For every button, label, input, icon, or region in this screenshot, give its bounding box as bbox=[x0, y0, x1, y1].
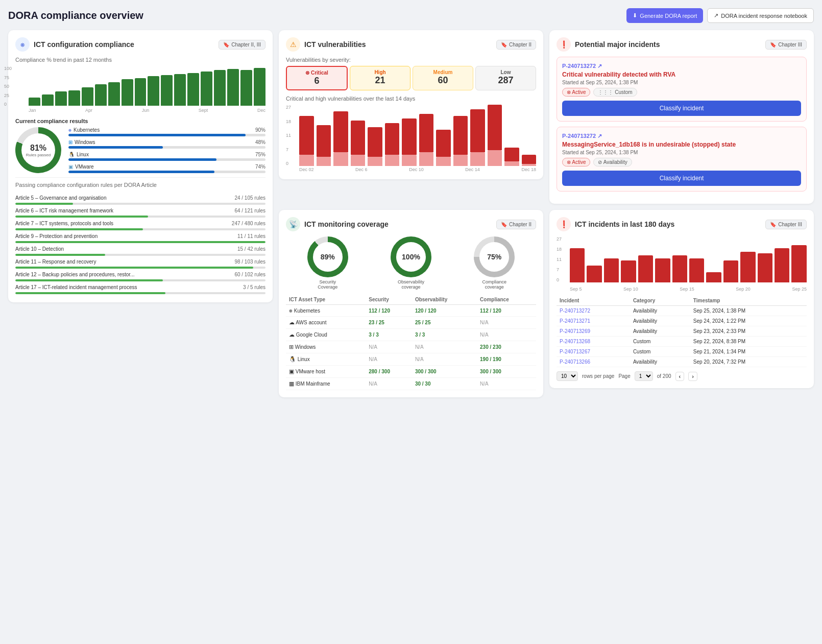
ict-incidents-card: ❗ ICT incidents in last 180 days 🔖 Chapt… bbox=[549, 210, 814, 388]
next-page-btn[interactable]: › bbox=[688, 372, 697, 381]
bookmark-icon-vuln: 🔖 bbox=[501, 42, 507, 47]
compliance-bar bbox=[148, 76, 159, 106]
monitoring-row: ☁ Google Cloud 3 / 3 3 / 3 N/A bbox=[286, 329, 536, 341]
page-title: DORA compliance overview bbox=[8, 10, 143, 21]
article-row: Article 11 – Response and recovery 98 / … bbox=[15, 257, 265, 269]
incidents-bar bbox=[638, 255, 653, 282]
vuln-icon: ⚠ bbox=[286, 37, 300, 52]
ict-incidents-chapter-badge: 🔖 Chapter III bbox=[765, 220, 807, 229]
severity-medium: Medium 60 bbox=[413, 66, 473, 90]
incident-table-link[interactable]: P-240713268 bbox=[560, 339, 590, 344]
incident-table-link[interactable]: P-240713271 bbox=[560, 318, 590, 324]
incident-link-2[interactable]: P-240713272 ↗ bbox=[562, 133, 602, 139]
notebook-button[interactable]: ↗ DORA incident response notebook bbox=[707, 8, 814, 23]
compliance-card-header: ⎈ ICT configuration compliance 🔖 Chapter… bbox=[15, 37, 265, 52]
monitoring-row: ☁ AWS account 23 / 25 25 / 25 N/A bbox=[286, 317, 536, 329]
external-link-icon: ↗ bbox=[714, 12, 718, 19]
incident-table-link[interactable]: P-240713272 bbox=[560, 308, 590, 314]
vuln-bar-dark bbox=[488, 105, 502, 150]
vuln-bar-chart bbox=[299, 105, 536, 166]
vuln-bar-light bbox=[522, 164, 537, 166]
article-row: Article 9 – Protection and prevention 11… bbox=[15, 231, 265, 243]
incident-row: P-240713272 Availability Sep 25, 2024, 1… bbox=[557, 306, 807, 316]
incidents-bar bbox=[689, 258, 704, 282]
incident-title-2: MessagingService_1db168 is in undesirabl… bbox=[562, 141, 801, 148]
header-buttons: ⬇ Generate DORA report ↗ DORA incident r… bbox=[626, 8, 814, 23]
compliance-bar bbox=[240, 70, 252, 106]
incidents-bar bbox=[655, 258, 670, 282]
incidents-bar bbox=[587, 266, 601, 282]
incident-table-link[interactable]: P-240713269 bbox=[560, 328, 590, 334]
page-select[interactable]: 1 bbox=[635, 371, 653, 381]
vuln-bar-dark bbox=[453, 116, 468, 155]
badge-active-1: ⊗ Active bbox=[562, 88, 590, 97]
classify-btn-1[interactable]: Classify incident bbox=[562, 101, 801, 116]
incident-badges-2: ⊗ Active ⊘ Availability bbox=[562, 158, 801, 166]
classify-btn-2[interactable]: Classify incident bbox=[562, 171, 801, 186]
col-observability: Observability bbox=[412, 295, 477, 305]
compliance-bar bbox=[135, 78, 147, 106]
severity-critical: ⊗ Critical 6 bbox=[286, 66, 348, 90]
ict-incidents-chart: 27181170 Sep 5Sep 10Sep 15Sep 20Sep 25 bbox=[557, 236, 807, 292]
vuln-title: ICT vulnerabilities bbox=[304, 40, 366, 49]
compliance-trend-chart: 1007550250 JanAprJunSeptDec bbox=[15, 66, 265, 114]
compliance-bar bbox=[42, 94, 54, 106]
generate-report-button[interactable]: ⬇ Generate DORA report bbox=[626, 8, 703, 23]
article-row: Article 7 – ICT systems, protocols and t… bbox=[15, 219, 265, 230]
ict-incidents-title: ICT incidents in last 180 days bbox=[575, 220, 674, 228]
incidents-bar bbox=[570, 248, 585, 282]
major-incidents-chapter-badge: 🔖 Chapter III bbox=[765, 40, 807, 50]
monitoring-icon: 📡 bbox=[286, 217, 300, 231]
compliance-card: ⎈ ICT configuration compliance 🔖 Chapter… bbox=[8, 30, 273, 302]
comp-item-vmware: ▣ VMware 74% bbox=[68, 164, 265, 173]
generate-report-label: Generate DORA report bbox=[640, 13, 697, 19]
article-row: Article 17 – ICT-related incident manage… bbox=[15, 282, 265, 294]
vuln-bar-light bbox=[470, 152, 485, 166]
incidents-bar-chart bbox=[570, 236, 807, 282]
col-timestamp: Timestamp bbox=[690, 296, 807, 306]
donut-pct: 81% bbox=[30, 144, 46, 153]
vuln-bar-dark bbox=[402, 118, 417, 155]
vuln-bar-light bbox=[333, 152, 348, 166]
vuln-bar-dark bbox=[522, 155, 537, 164]
vuln-bar-dark bbox=[299, 116, 314, 155]
compliance-bar bbox=[227, 69, 239, 106]
compliance-bar bbox=[254, 68, 265, 106]
current-compliance-label: Current compliance results bbox=[15, 118, 265, 124]
donut-sub: Rules passed bbox=[26, 153, 51, 157]
comp-item-linux: 🐧 Linux 75% bbox=[68, 152, 265, 161]
trend-label: Compliance % trend in past 12 months bbox=[15, 57, 265, 63]
comp-item-windows: ⊞ Windows 48% bbox=[68, 139, 265, 149]
vuln-bar-light bbox=[453, 155, 468, 166]
compliance-bar bbox=[201, 71, 212, 106]
prev-page-btn[interactable]: ‹ bbox=[675, 372, 685, 381]
article-row: Article 10 – Detection 15 / 42 rules bbox=[15, 244, 265, 256]
monitoring-chapter-badge: 🔖 Chapter II bbox=[496, 220, 536, 229]
vuln-bar-group bbox=[351, 105, 366, 166]
vuln-bar-dark bbox=[333, 111, 348, 152]
chart-x-labels: JanAprJunSeptDec bbox=[29, 107, 265, 114]
compliance-list: ⎈ Kubernetes 90% ⊞ Windows 48% bbox=[68, 127, 265, 173]
incidents-bar bbox=[604, 258, 619, 282]
article-row: Article 5 – Governance and organisation … bbox=[15, 193, 265, 205]
compliance-bar bbox=[122, 79, 133, 106]
incident-row: P-240713271 Availability Sep 24, 2024, 1… bbox=[557, 316, 807, 326]
compliance-chapter-badge: 🔖 Chapter II, III bbox=[219, 40, 265, 50]
incident-badges-1: ⊗ Active ⋮⋮⋮ Custom bbox=[562, 88, 801, 97]
monitoring-row: ⊞ Windows N/A N/A 230 / 230 bbox=[286, 341, 536, 353]
incident-link-1[interactable]: P-240713272 ↗ bbox=[562, 63, 602, 69]
incident-table-link[interactable]: P-240713266 bbox=[560, 359, 590, 365]
observability-coverage: 100% Observabilitycoverage bbox=[391, 236, 431, 290]
security-coverage: 89% SecurityCoverage bbox=[307, 236, 348, 290]
monitoring-row: ▦ IBM Mainframe N/A 30 / 30 N/A bbox=[286, 378, 536, 390]
incidents-bar bbox=[740, 252, 755, 282]
comp-item-kubernetes: ⎈ Kubernetes 90% bbox=[68, 127, 265, 136]
vuln-bar-group bbox=[402, 105, 417, 166]
incident-table-link[interactable]: P-240713267 bbox=[560, 349, 590, 354]
rows-per-page-select[interactable]: 10 25 50 bbox=[557, 371, 578, 381]
vuln-bar-light bbox=[368, 157, 382, 166]
incidents-bar bbox=[706, 272, 721, 282]
vuln-bar-light bbox=[317, 157, 331, 166]
vuln-bar-group bbox=[333, 105, 348, 166]
bookmark-icon-ict: 🔖 bbox=[770, 222, 776, 227]
